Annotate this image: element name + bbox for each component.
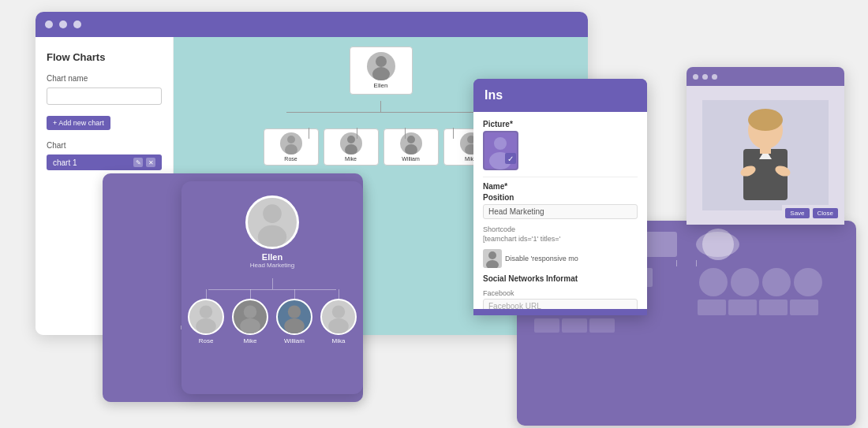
facebook-field-group: Facebook Facebook URL	[483, 289, 638, 309]
mike-circle-connector	[250, 289, 251, 299]
disable-row: Disable 'responsive mo	[483, 249, 638, 268]
svg-point-24	[332, 305, 345, 318]
ellen-top: Ellen Head Marketing	[193, 195, 352, 269]
hc-l4-2	[562, 318, 587, 333]
chart-item-label: chart 1	[53, 158, 77, 167]
edit-icon[interactable]: ✎	[133, 158, 143, 167]
popup-dot-2	[702, 74, 708, 80]
hc-r2-3	[762, 268, 791, 296]
shortcode-field-group: Shortcode [teamchart ids='1' titles='	[483, 225, 638, 243]
popup-dot-3	[712, 74, 717, 80]
hc-r3-1	[698, 300, 726, 315]
delete-icon[interactable]: ✕	[146, 158, 155, 167]
william-circle-name: William	[276, 337, 312, 344]
william-circle-connector	[294, 289, 295, 299]
photo-popup-body: Save Close	[687, 86, 844, 225]
mika-circle-svg	[322, 300, 355, 333]
browser-dot-3	[73, 20, 81, 28]
svg-point-17	[258, 225, 286, 247]
rose-circle-connector	[206, 289, 207, 299]
close-button[interactable]: Close	[813, 208, 838, 218]
photo-popup-titlebar	[687, 67, 844, 86]
insert-panel-body: Picture* ✓ Name* Position Head Marketing…	[473, 112, 647, 309]
chart-item[interactable]: chart 1 ✎ ✕	[47, 154, 162, 170]
child-rose-avatar	[280, 132, 302, 154]
social-field-group: Social Networks Informat	[483, 274, 638, 283]
add-new-chart-button[interactable]: + Add new chart	[47, 116, 110, 130]
svg-point-3	[285, 144, 297, 154]
child-mike-circle: Mike	[232, 289, 268, 344]
mike-avatar-svg	[340, 132, 362, 154]
svg-point-6	[407, 136, 415, 143]
picture-label: Picture*	[483, 120, 638, 128]
hc-right-group	[699, 268, 822, 296]
browser-dot-2	[59, 20, 67, 28]
social-label: Social Networks Informat	[483, 274, 638, 283]
position-field-group: Position Head Marketing	[483, 193, 638, 219]
ellen-center-title: Head Marketing	[193, 262, 352, 269]
browser-titlebar	[36, 12, 588, 37]
svg-point-20	[244, 305, 256, 318]
chart-name-input[interactable]	[47, 87, 162, 105]
hc-conn-1	[676, 260, 677, 266]
disable-avatar-svg	[483, 249, 502, 268]
insert-panel-header: Ins	[473, 79, 647, 112]
name-label: Name*	[483, 182, 638, 191]
hc-level4	[528, 318, 845, 333]
insert-panel: Ins Picture* ✓ Name* Position Head Marke…	[473, 79, 647, 315]
child-mika-circle: Mika	[320, 289, 357, 344]
svg-point-21	[240, 318, 260, 333]
mika-circle-avatar	[320, 299, 357, 335]
hc-r2-1	[699, 268, 728, 296]
child-rose-name: Rose	[271, 156, 312, 162]
name-section: Name*	[483, 177, 638, 191]
ellen-connector	[193, 278, 352, 289]
svg-point-19	[196, 318, 216, 333]
chart-item-icons: ✎ ✕	[133, 158, 155, 167]
ellen-center-name: Ellen	[193, 252, 352, 262]
sidebar-title: Flow Charts	[47, 51, 162, 63]
org-child-rose: Rose	[264, 128, 319, 166]
browser-dot-1	[45, 20, 53, 28]
ellen-children-row: Rose Mike William	[193, 289, 352, 344]
hc-l4-1	[534, 318, 559, 333]
photo-popup: Save Close	[687, 67, 844, 225]
mike-circle-svg	[234, 300, 267, 333]
svg-point-2	[287, 136, 295, 143]
position-value[interactable]: Head Marketing	[483, 204, 638, 219]
svg-text:✓: ✓	[507, 154, 514, 163]
save-button[interactable]: Save	[785, 208, 809, 218]
org-child-mike: Mike	[324, 128, 379, 166]
svg-point-22	[288, 305, 301, 318]
picture-field-group: Picture* ✓	[483, 120, 638, 170]
photo-popup-actions: Save Close	[782, 205, 841, 221]
facebook-label: Facebook	[483, 289, 638, 297]
facebook-input[interactable]: Facebook URL	[483, 299, 638, 309]
svg-point-5	[345, 144, 357, 154]
svg-point-23	[284, 318, 305, 333]
svg-point-32	[486, 260, 499, 268]
hc-r3-4	[790, 300, 818, 315]
svg-point-7	[405, 144, 417, 154]
disable-field-group: Disable 'responsive mo	[483, 249, 638, 268]
mika-circle-connector	[339, 289, 339, 299]
hc-l4-3	[589, 318, 615, 333]
org-node-top: Ellen	[350, 47, 413, 95]
picture-preview[interactable]: ✓	[483, 131, 518, 170]
mika-circle-name: Mika	[320, 337, 357, 344]
org-vert-line	[380, 101, 381, 112]
hc-r3-group	[698, 300, 818, 315]
child-mike-avatar	[340, 132, 362, 154]
william-circle-avatar	[276, 299, 312, 335]
svg-point-1	[372, 67, 390, 80]
ellen-vert-line	[272, 278, 273, 289]
mike-circle-avatar	[232, 299, 268, 335]
org-child-william: William	[383, 128, 439, 166]
rose-circle-svg	[189, 300, 223, 333]
ellen-big-svg	[248, 198, 297, 247]
chart-section-label: Chart	[47, 141, 162, 150]
popup-dot-1	[693, 74, 698, 80]
svg-point-31	[488, 251, 496, 259]
mike-circle-name: Mike	[232, 337, 268, 344]
hc-r3-2	[728, 300, 757, 315]
